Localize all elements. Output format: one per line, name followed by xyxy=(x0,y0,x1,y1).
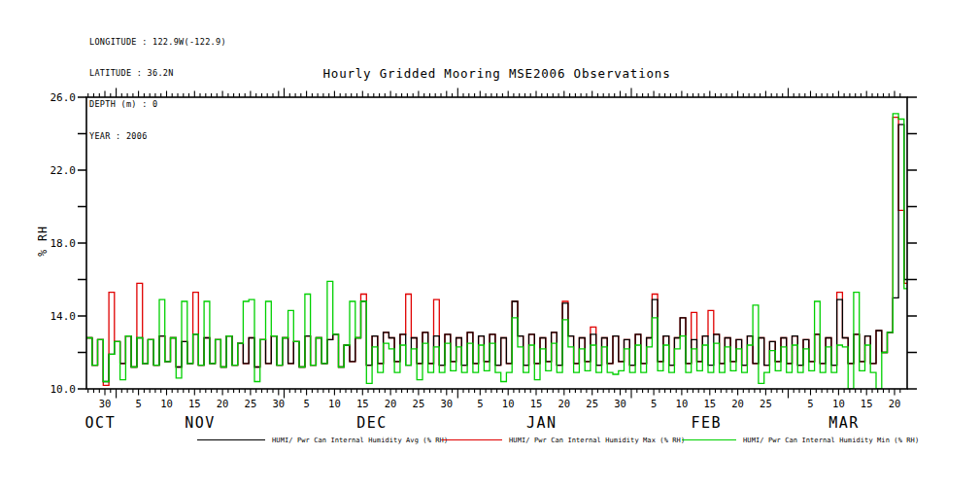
x-day-tick-label: 25 xyxy=(760,398,772,409)
legend-line-avg xyxy=(197,439,265,440)
x-day-tick-label: 5 xyxy=(135,398,141,409)
legend-label-avg: HUMI/ Pwr Can Internal Humidity Avg (% R… xyxy=(272,437,448,444)
x-day-tick-label: 20 xyxy=(558,398,570,409)
x-day-tick-label: 10 xyxy=(328,398,341,409)
x-day-tick-label: 5 xyxy=(477,398,483,409)
x-day-tick-label: 15 xyxy=(530,398,543,409)
y-axis-right-ticks xyxy=(907,97,917,389)
legend-label-min: HUMI/ Pwr Can Internal Humidity Min (% R… xyxy=(743,437,919,444)
x-day-tick-label: 15 xyxy=(356,398,369,409)
x-day-tick-label: 5 xyxy=(303,398,309,409)
series-path-min xyxy=(86,114,907,389)
y-tick-label: 10.0 xyxy=(51,383,77,396)
y-tick-label: 26.0 xyxy=(51,91,77,104)
x-axis-bottom-ticks xyxy=(88,389,900,399)
x-day-tick-label: 30 xyxy=(272,398,285,409)
x-month-label: MAR xyxy=(828,414,860,432)
x-day-tick-label: 25 xyxy=(245,398,257,409)
x-day-tick-label: 20 xyxy=(385,398,397,409)
x-day-tick-label: 15 xyxy=(188,398,201,409)
legend-line-max xyxy=(442,439,502,440)
legend-label-max: HUMI/ Pwr Can Internal Humidity Max (% R… xyxy=(509,437,685,444)
x-axis-top-ticks xyxy=(88,88,900,98)
x-day-tick-label: 15 xyxy=(861,398,873,409)
x-day-tick-label: 30 xyxy=(99,398,112,409)
x-month-label: JAN xyxy=(526,414,558,432)
x-day-tick-label: 15 xyxy=(703,398,716,409)
y-tick-label: 14.0 xyxy=(51,310,77,323)
x-day-tick-label: 5 xyxy=(651,398,657,409)
x-month-label: NOV xyxy=(185,414,216,432)
x-month-label: DEC xyxy=(356,414,388,432)
x-day-tick-label: 20 xyxy=(731,398,744,409)
x-day-tick-label: 10 xyxy=(160,398,173,409)
chart-plot-area: 26.022.018.014.010.030510152025305101520… xyxy=(0,0,980,490)
legend-line-min xyxy=(682,439,736,440)
x-day-tick-label: 10 xyxy=(676,398,689,409)
y-tick-label: 22.0 xyxy=(51,164,77,177)
y-axis-left-ticks xyxy=(78,97,86,389)
x-day-tick-label: 30 xyxy=(440,398,453,409)
x-day-tick-label: 20 xyxy=(217,398,229,409)
x-day-tick-label: 10 xyxy=(502,398,515,409)
x-month-label: FEB xyxy=(692,414,723,432)
x-day-tick-label: 20 xyxy=(889,398,901,409)
y-tick-label: 18.0 xyxy=(51,237,77,250)
x-day-tick-label: 25 xyxy=(413,398,425,409)
x-month-label: OCT xyxy=(85,414,117,432)
x-day-tick-label: 30 xyxy=(614,398,626,409)
x-day-tick-label: 25 xyxy=(586,398,598,409)
x-day-tick-label: 10 xyxy=(832,398,845,409)
x-day-tick-label: 5 xyxy=(807,398,813,409)
